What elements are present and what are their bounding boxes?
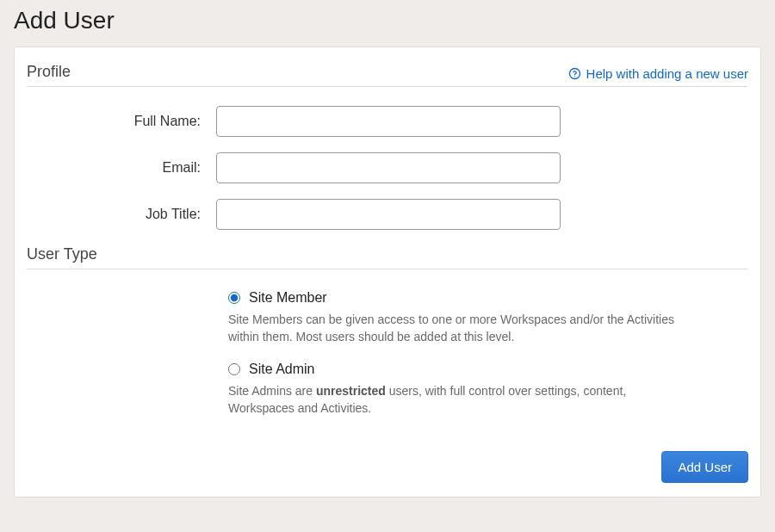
user-type-section-header: User Type (27, 245, 748, 269)
email-input[interactable] (216, 152, 561, 183)
site-member-radio[interactable] (228, 292, 240, 304)
site-admin-option: Site Admin Site Admins are unrestricted … (228, 362, 697, 418)
job-title-label: Job Title: (27, 207, 216, 222)
button-row: Add User (27, 451, 748, 483)
full-name-input[interactable] (216, 106, 561, 137)
help-link-label: Help with adding a new user (586, 66, 748, 81)
profile-section-header: Profile Help with adding a new user (27, 63, 748, 87)
help-icon (568, 67, 581, 80)
email-label: Email: (27, 160, 216, 176)
job-title-input[interactable] (216, 199, 561, 230)
profile-section-title: Profile (27, 63, 71, 81)
site-admin-label[interactable]: Site Admin (249, 362, 314, 377)
site-member-label[interactable]: Site Member (249, 290, 327, 306)
job-title-row: Job Title: (27, 199, 748, 230)
site-admin-radio[interactable] (228, 363, 240, 375)
user-type-section-title: User Type (27, 245, 97, 263)
site-member-option: Site Member Site Members can be given ac… (228, 290, 697, 346)
svg-point-1 (574, 76, 574, 77)
site-admin-desc: Site Admins are unrestricted users, with… (228, 382, 693, 418)
site-member-desc: Site Members can be given access to one … (228, 311, 693, 346)
full-name-label: Full Name: (27, 114, 216, 129)
add-user-button[interactable]: Add User (661, 451, 748, 483)
email-row: Email: (27, 152, 748, 183)
full-name-row: Full Name: (27, 106, 748, 137)
add-user-card: Profile Help with adding a new user Full… (14, 46, 761, 498)
page-title: Add User (14, 0, 761, 46)
help-link[interactable]: Help with adding a new user (568, 66, 748, 81)
